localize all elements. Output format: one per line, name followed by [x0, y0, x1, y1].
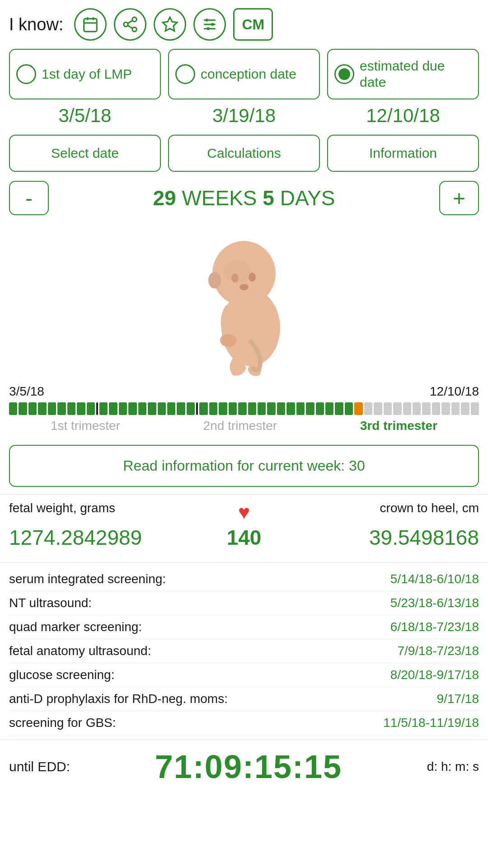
list-item: screening for GBS: 11/5/18-11/19/18 [9, 711, 479, 735]
trimester-1-label: 1st trimester [51, 419, 120, 433]
calculations-button[interactable]: Calculations [168, 135, 320, 172]
timeline-start-date: 3/5/18 [9, 384, 44, 399]
radio-lmp[interactable]: 1st day of LMP [9, 49, 161, 99]
list-item: fetal anatomy ultrasound: 7/9/18-7/23/18 [9, 639, 479, 663]
calendar-icon [82, 16, 99, 33]
fetus-container [0, 222, 488, 384]
svg-point-15 [207, 27, 210, 30]
screening-date-2: 6/18/18-7/23/18 [390, 620, 479, 634]
screening-date-0: 5/14/18-6/10/18 [390, 572, 479, 586]
svg-point-20 [239, 284, 249, 290]
trimester-2-label: 2nd trimester [203, 419, 277, 433]
list-item: NT ultrasound: 5/23/18-6/13/18 [9, 591, 479, 615]
screening-date-6: 11/5/18-11/19/18 [383, 716, 479, 730]
share-button[interactable] [114, 8, 146, 41]
cm-button[interactable]: CM [233, 8, 273, 41]
days-number: 5 [263, 186, 274, 210]
star-icon [161, 16, 178, 33]
crown-heel-value: 39.5498168 [267, 525, 479, 550]
fetus-image [181, 233, 307, 377]
weeks-number: 29 [153, 186, 176, 210]
settings-button[interactable] [193, 8, 226, 41]
i-know-label: I know: [9, 15, 63, 34]
radio-edd-label: estimated due date [360, 58, 472, 90]
screening-label-4: glucose screening: [9, 668, 114, 682]
svg-point-4 [132, 17, 137, 22]
plus-button[interactable]: + [439, 181, 479, 215]
crown-heel-label: crown to heel, cm [267, 501, 479, 515]
radio-edd-circle [334, 64, 354, 84]
weeks-row: - 29 WEEKS 5 DAYS + [0, 175, 488, 222]
minus-button[interactable]: - [9, 181, 49, 215]
list-item: anti-D prophylaxis for RhD-neg. moms: 9/… [9, 687, 479, 711]
countdown-section: until EDD: 71:09:15:15 d: h: m: s [0, 740, 488, 793]
fetal-weight-label: fetal weight, grams [9, 501, 221, 515]
calendar-button[interactable] [74, 8, 107, 41]
screening-date-4: 8/20/18-9/17/18 [390, 668, 479, 682]
svg-rect-0 [84, 19, 97, 31]
countdown-timer: 71:09:15:15 [155, 748, 342, 785]
lmp-date: 3/5/18 [9, 105, 161, 127]
screening-label-6: screening for GBS: [9, 716, 116, 730]
screening-label-5: anti-D prophylaxis for RhD-neg. moms: [9, 692, 228, 706]
stats-section: fetal weight, grams ♥ crown to heel, cm … [0, 494, 488, 562]
screening-date-3: 7/9/18-7/23/18 [397, 644, 479, 658]
svg-point-5 [124, 22, 128, 27]
stats-labels-row: fetal weight, grams ♥ crown to heel, cm [9, 501, 479, 524]
share-icon [122, 16, 139, 33]
star-button[interactable] [154, 8, 186, 41]
screenings-section: serum integrated screening: 5/14/18-6/10… [0, 562, 488, 740]
svg-point-23 [224, 260, 251, 283]
screening-label-0: serum integrated screening: [9, 572, 166, 586]
weeks-text: 29 WEEKS 5 DAYS [49, 186, 439, 210]
svg-point-14 [211, 23, 214, 26]
select-date-button[interactable]: Select date [9, 135, 161, 172]
screening-date-5: 9/17/18 [437, 692, 479, 706]
conception-date: 3/19/18 [168, 105, 320, 127]
dhms-label: d: h: m: s [427, 760, 479, 774]
svg-point-6 [132, 27, 137, 31]
screening-label-2: quad marker screening: [9, 620, 142, 634]
svg-line-8 [128, 20, 133, 23]
svg-marker-9 [163, 17, 178, 31]
screening-label-3: fetal anatomy ultrasound: [9, 644, 151, 658]
settings-icon [201, 16, 218, 33]
trimester-labels: 1st trimester 2nd trimester 3rd trimeste… [9, 419, 479, 433]
heart-icon: ♥ [226, 501, 262, 524]
read-info-button[interactable]: Read information for current week: 30 [9, 445, 479, 487]
timeline-dates: 3/5/18 12/10/18 [9, 384, 479, 399]
radio-conception-circle [175, 64, 195, 84]
heartbeat-value: 140 [226, 525, 262, 550]
trimester-3-label: 3rd trimester [360, 419, 437, 433]
screening-date-1: 5/23/18-6/13/18 [390, 596, 479, 610]
list-item: glucose screening: 8/20/18-9/17/18 [9, 663, 479, 687]
radio-lmp-label: 1st day of LMP [42, 66, 132, 82]
weeks-label-text: WEEKS [182, 186, 257, 210]
progress-bar [9, 402, 479, 415]
until-edd-label: until EDD: [9, 759, 70, 774]
svg-point-22 [220, 334, 236, 347]
radio-options: 1st day of LMP conception date estimated… [0, 45, 488, 103]
list-item: serum integrated screening: 5/14/18-6/10… [9, 567, 479, 591]
svg-line-7 [128, 25, 133, 28]
timeline-section: 3/5/18 12/10/18 1st trimester 2nd trimes… [0, 384, 488, 438]
svg-point-13 [206, 19, 208, 21]
timeline-end-date: 12/10/18 [430, 384, 479, 399]
radio-edd[interactable]: estimated due date [327, 49, 479, 99]
action-buttons: Select date Calculations Information [0, 132, 488, 175]
radio-conception[interactable]: conception date [168, 49, 320, 99]
information-button[interactable]: Information [327, 135, 479, 172]
list-item: quad marker screening: 6/18/18-7/23/18 [9, 615, 479, 639]
radio-lmp-circle [16, 64, 36, 84]
screening-label-1: NT ultrasound: [9, 596, 92, 610]
stats-values-row: 1274.2842989 140 39.5498168 [9, 525, 479, 550]
days-label-text: DAYS [280, 186, 335, 210]
top-bar: I know: [0, 0, 488, 45]
dates-row: 3/5/18 3/19/18 12/10/18 [0, 103, 488, 132]
svg-point-17 [208, 272, 221, 288]
radio-conception-label: conception date [201, 66, 296, 82]
fetal-weight-value: 1274.2842989 [9, 525, 221, 550]
edd-date: 12/10/18 [327, 105, 479, 127]
